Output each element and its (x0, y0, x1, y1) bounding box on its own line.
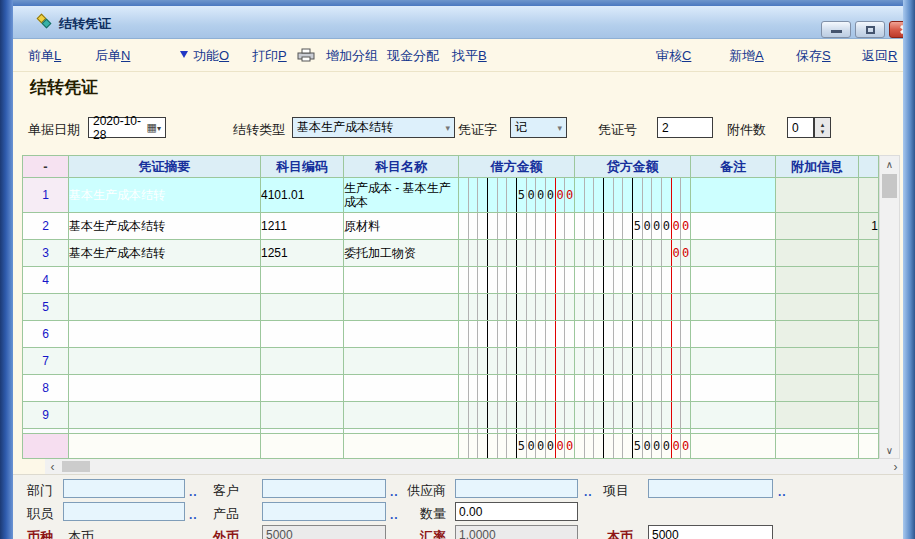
extra-info-cell[interactable] (776, 294, 859, 321)
partial-cell[interactable] (859, 267, 879, 294)
scroll-up-icon[interactable]: ∧ (880, 156, 899, 172)
debit-amount-cell[interactable] (459, 213, 575, 240)
credit-amount-cell[interactable] (575, 178, 691, 213)
column-header[interactable]: - (23, 156, 69, 178)
partial-cell[interactable] (859, 321, 879, 348)
note-cell[interactable] (691, 267, 776, 294)
note-cell[interactable] (691, 240, 776, 267)
staff-lookup-button[interactable]: .. (189, 508, 198, 522)
date-picker[interactable]: 2020-10-28 ▦▾ (88, 117, 166, 138)
scroll-down-icon[interactable]: ∨ (880, 442, 899, 458)
attachments-input[interactable] (787, 117, 814, 138)
note-cell[interactable] (691, 375, 776, 402)
note-cell[interactable] (691, 434, 776, 459)
note-cell[interactable] (691, 294, 776, 321)
toolbar-add-group-button[interactable]: 增加分组 (326, 47, 378, 65)
supplier-lookup-button[interactable]: .. (584, 485, 593, 499)
summary-cell[interactable]: 基本生产成本结转 (69, 240, 261, 267)
extra-info-cell[interactable] (776, 178, 859, 213)
debit-amount-cell[interactable] (459, 348, 575, 375)
debit-amount-cell[interactable]: 500000 (459, 178, 575, 213)
extra-info-cell[interactable] (776, 348, 859, 375)
quantity-input[interactable] (455, 502, 578, 521)
note-cell[interactable] (691, 402, 776, 429)
account-code-cell[interactable] (261, 348, 344, 375)
column-header[interactable] (859, 156, 879, 178)
column-header[interactable]: 科目名称 (344, 156, 459, 178)
debit-amount-cell[interactable] (459, 321, 575, 348)
account-code-cell[interactable]: 1211 (261, 213, 344, 240)
extra-info-cell[interactable] (776, 375, 859, 402)
note-cell[interactable] (691, 348, 776, 375)
summary-cell[interactable]: 基本生产成本结转 (69, 178, 261, 213)
row-number-cell[interactable]: 1 (23, 178, 69, 213)
debit-amount-cell[interactable] (459, 294, 575, 321)
column-header[interactable]: 借方金额 (459, 156, 575, 178)
debit-amount-cell[interactable] (459, 375, 575, 402)
scroll-right-icon[interactable]: › (888, 459, 903, 474)
foreign-currency-input[interactable] (262, 525, 386, 539)
debit-amount-cell[interactable] (459, 240, 575, 267)
summary-cell[interactable] (69, 348, 261, 375)
extra-info-cell[interactable] (776, 321, 859, 348)
debit-amount-cell[interactable] (459, 402, 575, 429)
voucher-number-input[interactable] (657, 117, 713, 138)
credit-amount-cell[interactable] (575, 294, 691, 321)
column-header[interactable]: 凭证摘要 (69, 156, 261, 178)
extra-info-cell[interactable] (776, 240, 859, 267)
account-name-cell[interactable] (344, 267, 459, 294)
titlebar[interactable]: 结转凭证 (13, 6, 903, 39)
vscroll-thumb[interactable] (882, 174, 897, 198)
partial-cell[interactable] (859, 434, 879, 459)
staff-field[interactable] (63, 502, 185, 521)
credit-amount-cell[interactable] (575, 321, 691, 348)
credit-amount-cell[interactable]: 500000 (575, 213, 691, 240)
credit-amount-cell[interactable] (575, 267, 691, 294)
row-number-cell[interactable]: 2 (23, 213, 69, 240)
summary-cell[interactable] (69, 375, 261, 402)
account-code-cell[interactable]: 4101.01 (261, 178, 344, 213)
account-name-cell[interactable] (344, 321, 459, 348)
partial-cell[interactable] (859, 178, 879, 213)
credit-amount-cell[interactable]: 00 (575, 240, 691, 267)
toolbar-next-button[interactable]: 后单N (95, 47, 130, 65)
credit-amount-cell[interactable] (575, 375, 691, 402)
dept-lookup-button[interactable]: .. (189, 485, 198, 499)
account-name-cell[interactable] (344, 294, 459, 321)
partial-cell[interactable]: 1 (859, 213, 879, 240)
column-header[interactable]: 备注 (691, 156, 776, 178)
credit-amount-cell[interactable]: 500000 (575, 434, 691, 459)
row-number-cell[interactable]: 7 (23, 348, 69, 375)
extra-info-cell[interactable] (776, 434, 859, 459)
toolbar-audit-button[interactable]: 审核C (656, 47, 691, 65)
project-field[interactable] (648, 479, 773, 498)
partial-cell[interactable] (859, 348, 879, 375)
printer-icon[interactable] (297, 48, 315, 65)
debit-amount-cell[interactable]: 500000 (459, 434, 575, 459)
row-number-cell[interactable]: 9 (23, 402, 69, 429)
local-currency-input[interactable] (648, 525, 773, 539)
hscroll-thumb[interactable] (62, 461, 90, 472)
summary-cell[interactable] (69, 267, 261, 294)
partial-cell[interactable] (859, 402, 879, 429)
voucher-word-select[interactable]: 记▾ (510, 117, 567, 138)
account-code-cell[interactable] (261, 434, 344, 459)
toolbar-return-button[interactable]: 返回R (862, 47, 897, 65)
product-field[interactable] (262, 502, 386, 521)
account-code-cell[interactable] (261, 375, 344, 402)
supplier-field[interactable] (455, 479, 578, 498)
transfer-type-select[interactable]: 基本生产成本结转▾ (292, 117, 455, 138)
account-code-cell[interactable]: 1251 (261, 240, 344, 267)
credit-amount-cell[interactable] (575, 402, 691, 429)
row-number-cell[interactable]: 5 (23, 294, 69, 321)
toolbar-balance-button[interactable]: 找平B (452, 47, 487, 65)
account-name-cell[interactable] (344, 375, 459, 402)
horizontal-scrollbar[interactable]: ‹ › (45, 459, 903, 474)
vertical-scrollbar[interactable]: ∧ ∨ (879, 155, 900, 459)
account-code-cell[interactable] (261, 321, 344, 348)
row-number-cell[interactable] (23, 434, 69, 459)
row-number-cell[interactable]: 6 (23, 321, 69, 348)
customer-field[interactable] (262, 479, 386, 498)
summary-cell[interactable] (69, 402, 261, 429)
extra-info-cell[interactable] (776, 213, 859, 240)
